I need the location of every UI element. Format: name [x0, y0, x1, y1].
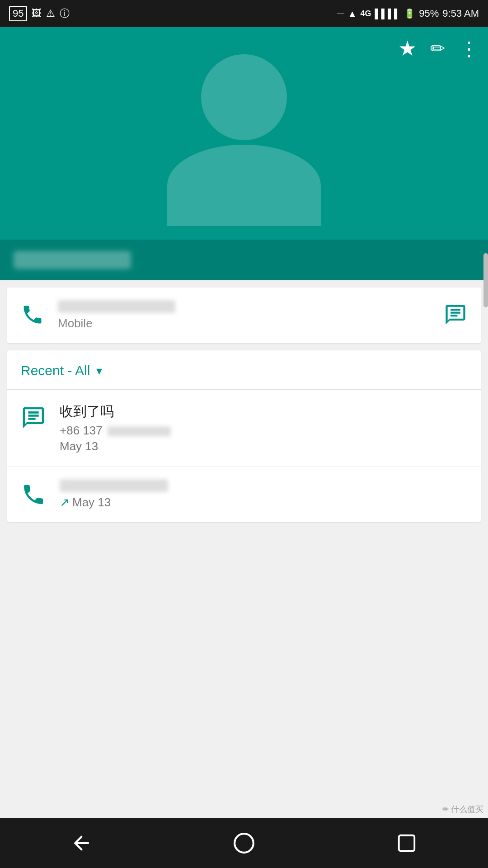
header-actions: ★ ✏ ⋮: [398, 36, 479, 61]
star-button[interactable]: ★: [398, 36, 417, 61]
recent-header[interactable]: Recent - All ▾: [7, 350, 481, 390]
notification-icon-95: 95: [9, 6, 27, 21]
info-icon: ⓘ: [60, 7, 70, 20]
signal-icon: ▌▌▌▌: [375, 9, 401, 19]
avatar-head: [201, 54, 287, 140]
phone-type-label: Mobile: [58, 316, 175, 330]
wifi-icon: ▲: [348, 9, 357, 19]
recent-card: Recent - All ▾ 收到了吗 +86 137 May 13: [7, 350, 481, 522]
chevron-down-icon: ▾: [96, 364, 102, 378]
message-button[interactable]: [444, 303, 467, 328]
watermark-text: 什么值买: [451, 804, 483, 815]
time-display: 9:53 AM: [442, 8, 479, 19]
contact-name-bar: [0, 240, 488, 280]
outgoing-arrow-icon: ↗: [60, 495, 70, 509]
call-outgoing-row: ↗ May 13: [60, 495, 467, 509]
call-item-content: ↗ May 13: [60, 479, 467, 509]
svg-rect-1: [399, 835, 415, 851]
warning-icon: ⚠: [46, 8, 55, 19]
phone-info: Mobile: [58, 300, 175, 330]
phone-number-blurred: [58, 300, 175, 313]
bottom-nav: [0, 818, 488, 868]
antenna-icon: 𝄖: [337, 9, 344, 19]
sms-item-content: 收到了吗 +86 137 May 13: [60, 402, 467, 453]
scroll-indicator: [483, 253, 488, 307]
status-bar-right: 𝄖 ▲ 4G ▌▌▌▌ 🔋 95% 9:53 AM: [337, 8, 479, 19]
phone-card: Mobile: [7, 288, 481, 343]
recent-title: Recent - All: [21, 363, 90, 378]
back-button[interactable]: [59, 821, 104, 866]
pen-icon: ✏: [442, 804, 449, 814]
battery-percent: 95%: [419, 8, 439, 19]
phone-card-left: Mobile: [21, 300, 175, 330]
sms-item-date: May 13: [60, 439, 467, 453]
4g-icon: 4G: [361, 9, 371, 19]
contact-avatar-container: [167, 54, 321, 226]
call-item-date: May 13: [72, 495, 111, 509]
more-menu-button[interactable]: ⋮: [459, 37, 479, 60]
sms-item-title: 收到了吗: [60, 402, 467, 421]
watermark: ✏ 什么值买: [442, 804, 483, 815]
phone-call-icon[interactable]: [21, 303, 44, 328]
avatar-body: [167, 145, 321, 226]
sms-item-number: +86 137: [60, 424, 467, 438]
contact-name: [14, 251, 131, 269]
svg-point-0: [235, 834, 253, 853]
gallery-icon: 🖼: [32, 8, 42, 19]
contact-hero: ★ ✏ ⋮: [0, 27, 488, 280]
recent-item-call[interactable]: ↗ May 13: [7, 467, 481, 522]
phone-icon: [21, 482, 46, 509]
battery-icon: 🔋: [404, 8, 415, 19]
edit-button[interactable]: ✏: [430, 38, 446, 59]
call-number-blurred: [60, 479, 168, 492]
recents-button[interactable]: [384, 821, 429, 866]
status-bar-left: 95 🖼 ⚠ ⓘ: [9, 6, 70, 21]
status-bar: 95 🖼 ⚠ ⓘ 𝄖 ▲ 4G ▌▌▌▌ 🔋 95% 9:53 AM: [0, 0, 488, 27]
sms-number-blurred: [108, 426, 171, 436]
recent-item-sms[interactable]: 收到了吗 +86 137 May 13: [7, 390, 481, 467]
home-button[interactable]: [221, 821, 267, 866]
chat-icon: [21, 405, 46, 432]
